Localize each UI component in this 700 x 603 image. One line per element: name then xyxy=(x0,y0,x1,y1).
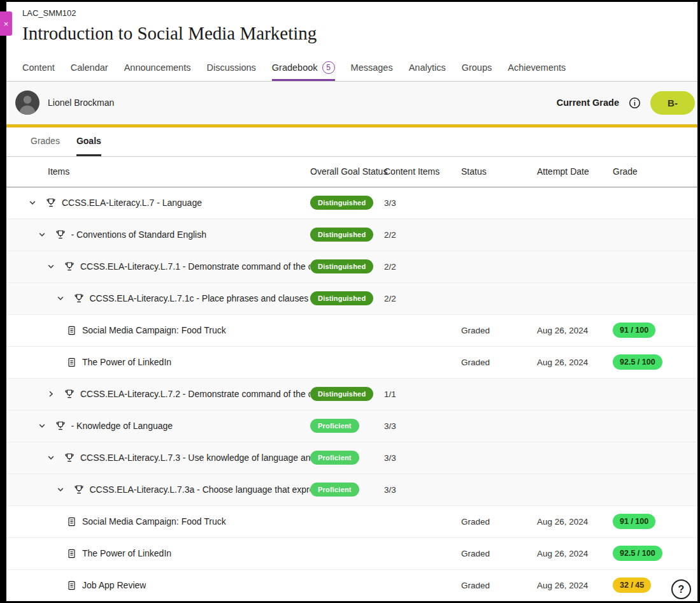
content-item-row: The Power of LinkedInGradedAug 26, 20249… xyxy=(6,538,697,570)
chevron-down-icon[interactable] xyxy=(47,454,55,461)
goal-row: CCSS.ELA-Literacy.L.7.3a - Choose langua… xyxy=(6,474,697,506)
chevron-down-icon[interactable] xyxy=(57,486,64,493)
content-item-row: The Power of LinkedInGradedAug 26, 20249… xyxy=(6,347,697,379)
subtabs: GradesGoals xyxy=(6,127,697,157)
subtab-label: Grades xyxy=(31,136,60,146)
goal-trophy-icon xyxy=(55,421,66,431)
nav-tab-label: Groups xyxy=(462,62,492,73)
nav-tab-announcements[interactable]: Announcements xyxy=(124,55,191,81)
attempt-date: Aug 26, 2024 xyxy=(537,517,588,527)
subtab-goals[interactable]: Goals xyxy=(76,127,101,156)
nav-tab-label: Analytics xyxy=(409,62,446,73)
chevron-right-icon[interactable] xyxy=(47,390,55,398)
nav-tab-content[interactable]: Content xyxy=(22,55,55,81)
nav-tab-messages[interactable]: Messages xyxy=(351,55,393,81)
close-panel-tab[interactable]: × xyxy=(0,11,12,36)
goals-table-body: CCSS.ELA-Literacy.L.7 - LanguageDistingu… xyxy=(6,187,697,601)
content-items-count: 3/3 xyxy=(384,453,396,463)
help-button[interactable]: ? xyxy=(671,579,691,599)
goal-row: - Knowledge of LanguageProficient3/3 xyxy=(6,410,697,442)
goal-label: CCSS.ELA-Literacy.L.7.3a - Choose langua… xyxy=(90,484,311,495)
goal-label: - Knowledge of Language xyxy=(71,421,173,431)
attempt-date: Aug 26, 2024 xyxy=(537,549,588,558)
close-icon: × xyxy=(4,19,9,29)
item-status: Graded xyxy=(461,517,490,527)
goal-trophy-icon xyxy=(55,229,66,240)
goal-status-badge: Distinguished xyxy=(310,291,373,305)
info-icon[interactable] xyxy=(629,97,641,109)
chevron-down-icon[interactable] xyxy=(47,263,55,270)
nav-tab-label: Discussions xyxy=(206,62,255,73)
item-status: Graded xyxy=(461,358,490,367)
nav-tab-label: Announcements xyxy=(124,62,191,73)
goal-trophy-icon xyxy=(64,261,75,272)
item-status: Graded xyxy=(461,549,490,558)
nav-tab-gradebook[interactable]: Gradebook5 xyxy=(272,55,335,81)
course-id: LAC_SMM102 xyxy=(22,8,697,18)
goal-label: CCSS.ELA-Literacy.L.7 - Language xyxy=(62,198,202,208)
attempt-date: Aug 26, 2024 xyxy=(537,581,588,590)
content-item-label[interactable]: Social Media Campaign: Food Truck xyxy=(82,516,226,527)
nav-tab-label: Content xyxy=(22,62,55,73)
content-item-label[interactable]: Social Media Campaign: Food Truck xyxy=(82,325,226,335)
help-label: ? xyxy=(678,584,685,595)
goal-trophy-icon xyxy=(64,453,75,463)
content-item-label[interactable]: Job App Review xyxy=(82,580,146,590)
nav-tab-label: Achievements xyxy=(508,62,566,73)
course-header: LAC_SMM102 Introduction to Social Media … xyxy=(6,2,697,45)
goal-row: CCSS.ELA-Literacy.L.7.2 - Demonstrate co… xyxy=(6,379,697,410)
content-item-row: Social Media Campaign: Food TruckGradedA… xyxy=(6,506,697,538)
content-item-label[interactable]: The Power of LinkedIn xyxy=(82,357,171,367)
item-status: Graded xyxy=(461,581,490,590)
nav-tab-label: Messages xyxy=(351,62,393,73)
content-items-count: 3/3 xyxy=(384,485,396,495)
nav-tab-analytics[interactable]: Analytics xyxy=(409,55,446,81)
document-icon xyxy=(67,326,76,335)
nav-tab-label: Calendar xyxy=(71,62,108,73)
chevron-down-icon[interactable] xyxy=(38,422,46,430)
chevron-down-icon[interactable] xyxy=(29,199,36,207)
content-items-count: 3/3 xyxy=(384,198,396,208)
goal-row: CCSS.ELA-Literacy.L.7.3 - Use knowledge … xyxy=(6,442,697,474)
document-icon xyxy=(67,517,76,527)
goal-status-badge: Distinguished xyxy=(310,387,373,401)
attempt-date: Aug 26, 2024 xyxy=(537,326,588,335)
subtab-label: Goals xyxy=(76,136,101,146)
goal-status-badge: Distinguished xyxy=(310,259,373,273)
goal-label: CCSS.ELA-Literacy.L.7.1 - Demonstrate co… xyxy=(80,261,310,272)
goal-status-badge: Distinguished xyxy=(310,228,373,242)
screen: × LAC_SMM102 Introduction to Social Medi… xyxy=(0,0,700,603)
goal-label: CCSS.ELA-Literacy.L.7.2 - Demonstrate co… xyxy=(80,389,310,399)
goal-row: CCSS.ELA-Literacy.L.7 - LanguageDistingu… xyxy=(6,187,697,219)
content-items-count: 2/2 xyxy=(384,294,396,303)
goal-row: CCSS.ELA-Literacy.L.7.1 - Demonstrate co… xyxy=(6,251,697,283)
col-header-grade: Grade xyxy=(613,166,697,177)
col-header-content-items: Content Items xyxy=(384,166,461,177)
grade-badge: 91 / 100 xyxy=(613,514,655,529)
goal-status-badge: Proficient xyxy=(310,419,359,433)
goal-label: CCSS.ELA-Literacy.L.7.3 - Use knowledge … xyxy=(80,453,310,463)
content-item-label[interactable]: The Power of LinkedIn xyxy=(82,548,171,558)
nav-tab-groups[interactable]: Groups xyxy=(462,55,492,81)
content-items-count: 1/1 xyxy=(384,389,396,399)
content-items-count: 3/3 xyxy=(384,421,396,431)
grade-badge: 92.5 / 100 xyxy=(613,354,662,370)
course-title: Introduction to Social Media Marketing xyxy=(22,22,697,45)
avatar xyxy=(15,91,39,115)
goal-status-badge: Proficient xyxy=(310,451,359,465)
student-name: Lionel Brockman xyxy=(48,98,114,108)
goal-row: CCSS.ELA-Literacy.L.7.1c - Place phrases… xyxy=(6,283,697,315)
chevron-down-icon[interactable] xyxy=(38,231,46,238)
content-items-count: 2/2 xyxy=(384,230,396,240)
chevron-down-icon[interactable] xyxy=(57,294,64,302)
nav-tab-calendar[interactable]: Calendar xyxy=(71,55,108,81)
attempt-date: Aug 26, 2024 xyxy=(537,358,588,367)
nav-tab-discussions[interactable]: Discussions xyxy=(206,55,255,81)
subtab-grades[interactable]: Grades xyxy=(31,127,60,156)
col-header-items: Items xyxy=(22,166,310,177)
document-icon xyxy=(67,358,76,367)
col-header-goal-status: Overall Goal Status xyxy=(310,166,384,177)
nav-tab-achievements[interactable]: Achievements xyxy=(508,55,566,81)
current-grade-area: Current Grade B- xyxy=(557,91,695,115)
nav-tab-label: Gradebook xyxy=(272,62,318,73)
